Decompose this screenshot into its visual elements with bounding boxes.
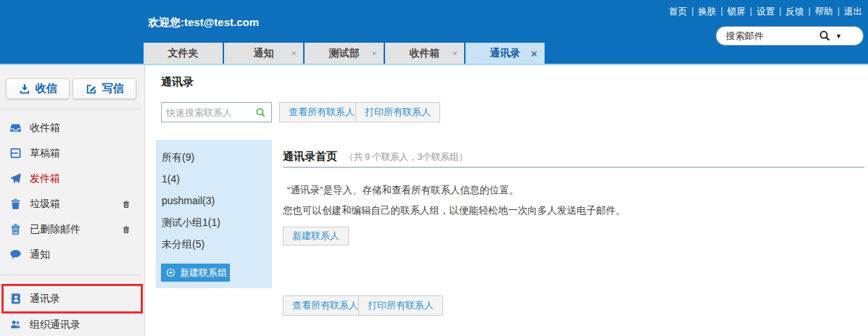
drafts-icon (9, 147, 22, 159)
group-item-ungrouped[interactable]: 未分组(5) (156, 233, 272, 255)
receive-mail-icon (19, 83, 30, 95)
sidebar-item-org-contacts[interactable]: 组织通讯录 (0, 312, 154, 336)
description-line-1: “通讯录”是导入、存储和查看所有联系人信息的位置。 (287, 184, 519, 197)
quick-search-input[interactable] (166, 107, 255, 118)
mail-search-box[interactable]: ▼ (716, 26, 864, 46)
sidebar-item-label: 发件箱 (30, 172, 60, 185)
nav-home-link[interactable]: 首页 (669, 6, 687, 18)
sidebar-divider (0, 274, 143, 275)
sidebar: 收信 写信 收件箱 草稿箱 (0, 65, 145, 336)
sidebar-item-label: 垃圾箱 (30, 198, 60, 211)
group-item-testteam[interactable]: 测试小组1(1) (156, 211, 272, 233)
empty-trash-icon[interactable] (122, 225, 131, 234)
tab-label: 测试部 (329, 47, 360, 60)
view-all-contacts-button-bottom[interactable]: 查看所有联系人 (283, 295, 368, 316)
contacts-home-heading: 通讯录首页 （共 9 个联系人，3个联系组） (283, 150, 468, 164)
search-icon[interactable] (819, 30, 831, 42)
search-dropdown-icon[interactable]: ▼ (835, 33, 842, 40)
sidebar-item-junk[interactable]: 垃圾箱 (0, 191, 144, 217)
inbox-icon (9, 122, 22, 134)
nav-skin-link[interactable]: 换肤 (698, 6, 716, 18)
sidebar-item-drafts[interactable]: 草稿箱 (0, 140, 144, 166)
receive-mail-button[interactable]: 收信 (6, 78, 70, 99)
sidebar-item-notifications[interactable]: 通知 (0, 242, 144, 267)
contact-group-list: 所有(9) 1(4) pushmail(3) 测试小组1(1) 未分组(5) (156, 140, 272, 255)
sidebar-item-label: 通讯录 (30, 293, 60, 306)
nav-separator: | (692, 6, 694, 18)
top-nav: 首页 | 换肤 | 锁屏 | 设置 | 反馈 | 帮助 | 退出 (669, 6, 863, 18)
receive-mail-label: 收信 (36, 82, 57, 96)
button-label: 查看所有联系人 (289, 106, 355, 119)
webmail-app: 欢迎您:test@test.com 首页 | 换肤 | 锁屏 | 设置 | 反馈… (0, 0, 868, 336)
nav-separator: | (750, 6, 752, 18)
notice-icon (9, 248, 22, 261)
search-icon[interactable] (255, 107, 266, 118)
group-item-1[interactable]: 1(4) (156, 168, 272, 190)
tab-label: 通知 (254, 47, 274, 60)
view-all-contacts-button[interactable]: 查看所有联系人 (279, 102, 364, 122)
content-divider (283, 167, 864, 168)
new-contact-group-label: 新建联系组 (180, 266, 227, 280)
sidebar-item-contacts[interactable]: 通讯录 (0, 286, 154, 311)
contact-groups-panel: 所有(9) 1(4) pushmail(3) 测试小组1(1) 未分组(5) 新… (156, 140, 272, 288)
sidebar-item-deleted[interactable]: 已删除邮件 (0, 217, 144, 242)
compose-mail-icon (86, 83, 97, 95)
tab-contacts[interactable]: 通讯录 ✕ (466, 43, 545, 64)
tab-notifications[interactable]: 通知 ✕ (224, 43, 303, 64)
tab-test-dept[interactable]: 测试部 ✕ (305, 43, 384, 64)
print-all-contacts-button-bottom[interactable]: 打印所有联系人 (358, 295, 443, 316)
sidebar-item-label: 通知 (30, 248, 50, 261)
sidebar-item-inbox[interactable]: 收件箱 (0, 115, 144, 140)
plus-circle-icon (166, 268, 175, 277)
nav-help-link[interactable]: 帮助 (815, 6, 833, 18)
button-label: 打印所有联系人 (368, 299, 434, 312)
welcome-text: 欢迎您:test@test.com (148, 16, 259, 30)
print-all-contacts-button[interactable]: 打印所有联系人 (355, 102, 440, 122)
nav-logout-link[interactable]: 退出 (844, 6, 862, 18)
nav-separator: | (779, 6, 781, 18)
tab-inbox[interactable]: 收件箱 ✕ (385, 43, 464, 64)
button-label: 打印所有联系人 (365, 106, 431, 119)
nav-lock-link[interactable]: 锁屏 (727, 6, 745, 18)
nav-separator: | (838, 6, 840, 18)
nav-separator: | (721, 6, 723, 18)
nav-separator: | (809, 6, 811, 18)
button-label: 查看所有联系人 (292, 299, 358, 312)
compose-mail-button[interactable]: 写信 (73, 78, 136, 99)
deleted-mail-icon (9, 223, 22, 235)
quick-search-box[interactable] (161, 102, 272, 122)
tab-label: 收件箱 (410, 47, 440, 60)
tab-folders[interactable]: 文件夹 (144, 43, 223, 64)
contacts-count-summary: （共 9 个联系人，3个联系组） (344, 151, 468, 164)
sidebar-divider (0, 109, 143, 109)
sidebar-item-label: 收件箱 (30, 122, 60, 135)
group-item-pushmail[interactable]: pushmail(3) (156, 190, 272, 211)
compose-mail-label: 写信 (102, 82, 124, 96)
sidebar-item-outbox[interactable]: 发件箱 (0, 166, 144, 191)
tab-label: 通讯录 (490, 47, 521, 60)
new-contact-group-button[interactable]: 新建联系组 (161, 264, 230, 282)
group-item-all[interactable]: 所有(9) (156, 146, 272, 168)
junk-icon (9, 198, 22, 210)
mail-search-input[interactable] (726, 30, 813, 41)
tab-label: 文件夹 (168, 47, 199, 60)
sidebar-item-label: 已删除邮件 (30, 223, 80, 236)
close-icon[interactable]: ✕ (530, 48, 538, 59)
close-icon[interactable]: ✕ (371, 50, 377, 57)
description-line-2: 您也可以创建和编辑自己的联系人组，以便能轻松地一次向多人发送电子邮件。 (283, 204, 626, 217)
contacts-home-title: 通讯录首页 (283, 150, 337, 164)
close-icon[interactable]: ✕ (452, 50, 458, 57)
org-contacts-icon (9, 319, 22, 331)
empty-trash-icon[interactable] (122, 200, 131, 209)
nav-settings-link[interactable]: 设置 (756, 6, 774, 18)
button-label: 新建联系人 (292, 230, 339, 243)
contacts-book-icon (9, 293, 22, 305)
sidebar-item-label: 草稿箱 (30, 147, 60, 160)
close-icon[interactable]: ✕ (291, 50, 297, 57)
page-title: 通讯录 (161, 75, 194, 89)
sent-icon (9, 172, 22, 185)
sidebar-item-label: 组织通讯录 (30, 319, 80, 332)
nav-feedback-link[interactable]: 反馈 (786, 6, 804, 18)
folder-menu: 收件箱 草稿箱 发件箱 垃圾箱 (0, 115, 144, 267)
new-contact-button[interactable]: 新建联系人 (283, 227, 349, 245)
